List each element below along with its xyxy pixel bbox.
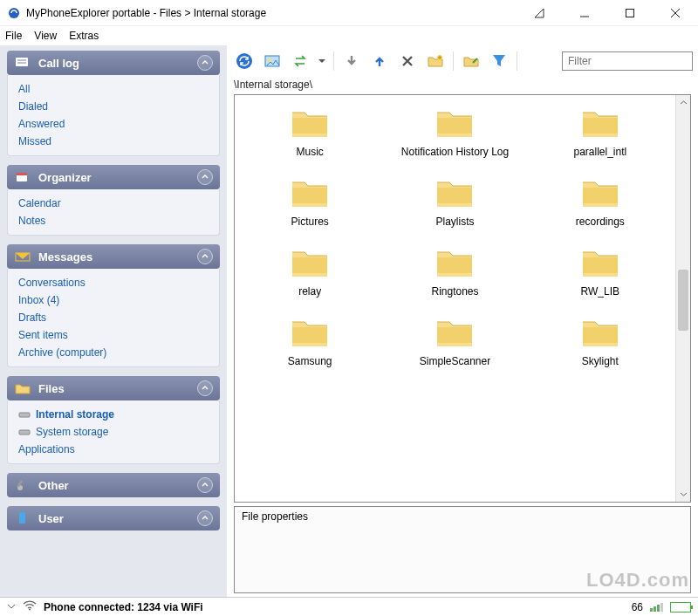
battery-icon	[670, 602, 691, 613]
folder-icon	[579, 175, 621, 210]
folder-label: Pictures	[291, 216, 328, 228]
svg-point-21	[29, 609, 31, 611]
svg-marker-10	[16, 253, 30, 259]
download-button[interactable]	[339, 49, 364, 73]
filter-funnel-button[interactable]	[487, 49, 511, 73]
files-icon	[14, 381, 31, 395]
panel-header-other[interactable]: Other	[7, 473, 220, 497]
folder-item[interactable]: Playlists	[387, 175, 523, 228]
sidebar-item-internal-storage[interactable]: Internal storage	[17, 406, 210, 423]
svg-point-19	[268, 58, 271, 62]
panel-other: Other	[7, 473, 220, 497]
menu-extras[interactable]: Extras	[69, 30, 99, 42]
panel-header-files[interactable]: Files	[7, 376, 220, 400]
svg-rect-5	[16, 58, 28, 66]
folder-item[interactable]: Music	[242, 106, 378, 158]
chevron-down-icon[interactable]	[7, 601, 16, 613]
collapse-icon[interactable]	[197, 477, 213, 493]
user-icon	[14, 511, 31, 525]
sidebar-item-calendar[interactable]: Calendar	[17, 195, 210, 212]
scroll-thumb[interactable]	[678, 270, 688, 331]
wifi-icon	[23, 600, 37, 613]
sidebar-item-system-storage[interactable]: System storage	[17, 423, 210, 441]
sidebar-item-missed[interactable]: Missed	[17, 133, 210, 150]
panel-header-call-log[interactable]: Call log	[7, 51, 220, 75]
close-button[interactable]	[660, 3, 691, 24]
collapse-icon[interactable]	[197, 380, 213, 396]
panel-title: Call log	[38, 57, 190, 70]
svg-rect-13	[19, 430, 30, 435]
toolbar	[227, 45, 698, 77]
folder-label: Notification History Log	[401, 146, 509, 158]
sidebar-item-dialed[interactable]: Dialed	[17, 98, 210, 115]
refresh-button[interactable]	[232, 49, 257, 73]
new-folder-button[interactable]	[423, 49, 448, 73]
filter-input[interactable]	[562, 51, 693, 71]
dropdown-button[interactable]	[316, 49, 328, 73]
collapse-icon[interactable]	[197, 249, 213, 264]
maximize-button[interactable]	[614, 3, 646, 24]
scrollbar[interactable]	[675, 95, 690, 502]
folder-label: Skylight	[582, 355, 619, 367]
menu-view[interactable]: View	[34, 30, 57, 42]
folder-item[interactable]: Pictures	[242, 175, 378, 228]
folder-item[interactable]: RW_LIB	[532, 245, 668, 298]
folder-item[interactable]: parallel_intl	[532, 106, 668, 158]
panel-header-messages[interactable]: Messages	[7, 244, 220, 269]
folder-label: RW_LIB	[581, 285, 619, 298]
folder-icon	[289, 315, 331, 350]
panel-title: Other	[38, 479, 190, 492]
scroll-up-icon[interactable]	[676, 95, 690, 110]
panel-user: User	[7, 506, 220, 530]
sidebar-item-conversations[interactable]: Conversations	[17, 274, 210, 291]
folder-item[interactable]: relay	[242, 245, 378, 298]
other-icon	[14, 478, 31, 492]
sidebar-item-archive[interactable]: Archive (computer)	[17, 344, 210, 361]
panel-call-log: Call log All Dialed Answered Missed	[7, 51, 220, 156]
sidebar-item-applications[interactable]: Applications	[17, 441, 210, 458]
folder-item[interactable]: Samsung	[242, 315, 378, 367]
folder-label: Ringtones	[431, 285, 478, 298]
path-breadcrumb: \Internal storage\	[227, 77, 698, 94]
folder-item[interactable]: Ringtones	[387, 245, 523, 298]
sidebar-item-notes[interactable]: Notes	[17, 212, 210, 229]
folder-item[interactable]: recordings	[532, 175, 668, 228]
upload-button[interactable]	[367, 49, 392, 73]
folder-label: Samsung	[288, 355, 332, 367]
sidebar-item-label: Internal storage	[36, 408, 114, 421]
delete-button[interactable]	[395, 49, 420, 73]
collapse-icon[interactable]	[197, 169, 213, 185]
folder-edit-button[interactable]	[459, 49, 483, 73]
window-controls	[524, 3, 691, 24]
folder-label: Music	[296, 146, 323, 158]
file-grid: MusicNotification History Logparallel_in…	[235, 95, 675, 502]
scroll-down-icon[interactable]	[676, 487, 690, 502]
sidebar-item-answered[interactable]: Answered	[17, 115, 210, 133]
titlebar: MyPhoneExplorer portable - Files > Inter…	[0, 0, 698, 26]
call-log-icon	[14, 56, 31, 70]
file-area: MusicNotification History Logparallel_in…	[234, 94, 691, 503]
properties-label: File properties	[242, 510, 683, 523]
svg-rect-2	[626, 9, 634, 17]
panel-title: Organizer	[38, 171, 190, 184]
svg-point-0	[9, 8, 19, 18]
folder-item[interactable]: SimpleScanner	[387, 315, 523, 367]
sidebar-item-all[interactable]: All	[17, 80, 210, 98]
folder-item[interactable]: Notification History Log	[387, 106, 523, 158]
collapse-icon[interactable]	[197, 510, 213, 526]
collapse-icon[interactable]	[197, 55, 213, 71]
folder-icon	[434, 245, 476, 280]
panel-header-user[interactable]: User	[7, 506, 220, 530]
sync-picture-button[interactable]	[260, 49, 284, 73]
folder-icon	[434, 315, 476, 350]
menu-file[interactable]: File	[5, 30, 22, 42]
panel-header-organizer[interactable]: Organizer	[7, 165, 220, 189]
signal-bars-icon	[650, 603, 663, 612]
folder-item[interactable]: Skylight	[532, 315, 668, 367]
minimize-button[interactable]	[569, 3, 600, 24]
sidebar-item-label: System storage	[36, 426, 108, 438]
swap-button[interactable]	[288, 49, 312, 73]
sidebar-item-drafts[interactable]: Drafts	[17, 309, 210, 326]
sidebar-item-sent[interactable]: Sent items	[17, 326, 210, 344]
sidebar-item-inbox[interactable]: Inbox (4)	[17, 291, 210, 309]
